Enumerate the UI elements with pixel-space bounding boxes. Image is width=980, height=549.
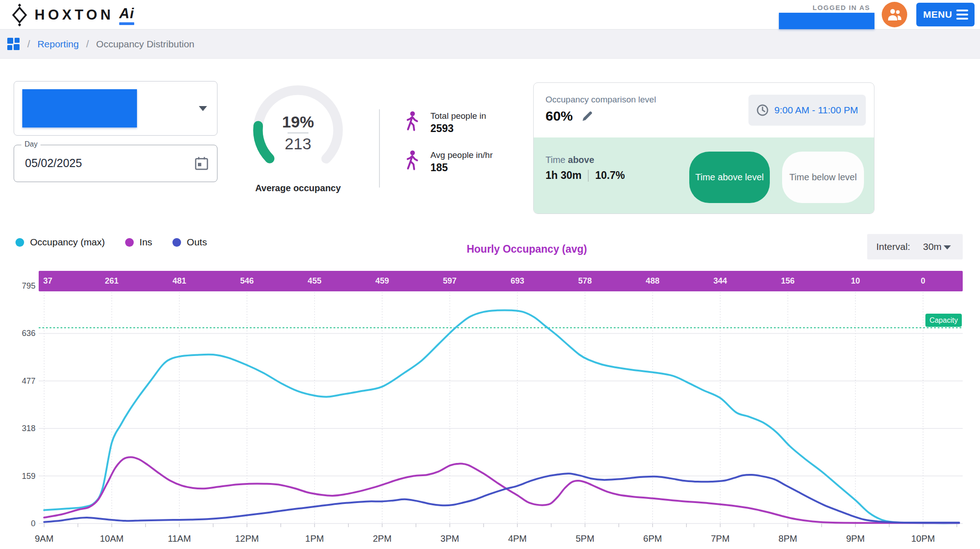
edit-pencil-icon[interactable] — [581, 110, 594, 122]
total-people-in-label: Total people in — [430, 111, 486, 121]
day-field-value: 05/02/2025 — [25, 145, 82, 181]
diamond-logo-icon — [9, 4, 30, 26]
app-header: HOXTON Ai LOGGED IN AS MENU — [0, 0, 980, 30]
x-axis-label: 10PM — [911, 534, 935, 544]
breadcrumb: / Reporting / Occupancy Distribution — [0, 30, 980, 59]
ins-legend-dot — [125, 238, 134, 247]
menu-button[interactable]: MENU — [916, 3, 975, 26]
walking-person-icon — [404, 150, 420, 171]
bar-value-label: 488 — [646, 271, 659, 291]
dashboard-grid-icon[interactable] — [7, 38, 20, 51]
interval-label: Interval: — [876, 241, 910, 252]
x-axis-label: 8PM — [778, 534, 797, 544]
bar-value-label: 693 — [510, 271, 524, 291]
hamburger-icon — [956, 10, 968, 20]
x-axis-label: 5PM — [576, 534, 594, 544]
breadcrumb-current-page: Occupancy Distribution — [96, 39, 194, 50]
bar-value-label: 261 — [105, 271, 119, 291]
bar-value-label: 156 — [781, 271, 795, 291]
x-axis-label: 12PM — [235, 534, 259, 544]
day-date-field[interactable]: Day 05/02/2025 — [14, 145, 217, 182]
x-axis-label: 1PM — [305, 534, 324, 544]
breadcrumb-link-reporting[interactable]: Reporting — [37, 39, 79, 50]
total-people-in-value: 2593 — [430, 122, 486, 135]
brand-suffix: Ai — [119, 5, 134, 21]
y-axis-label: 159 — [13, 471, 35, 481]
legend-label: Ins — [140, 237, 152, 248]
username-redaction — [779, 13, 874, 29]
series-line-outs — [44, 473, 959, 523]
x-axis-label: 7PM — [711, 534, 729, 544]
y-axis-label: 0 — [13, 519, 35, 529]
series-line-ins — [44, 457, 959, 523]
time-above-label: Time above — [546, 155, 594, 165]
bar-value-label: 37 — [43, 271, 52, 291]
occupancy-legend-dot — [15, 238, 24, 247]
menu-button-label: MENU — [923, 9, 952, 20]
x-axis-label: 10AM — [100, 534, 123, 544]
x-axis-label: 9AM — [35, 534, 53, 544]
bar-value-label: 578 — [578, 271, 592, 291]
location-select[interactable] — [14, 81, 217, 136]
bar-value-label: 344 — [713, 271, 727, 291]
bar-value-label: 0 — [921, 271, 925, 291]
stats-divider — [379, 109, 380, 188]
walking-person-icon — [404, 111, 420, 132]
legend-label: Outs — [187, 237, 207, 248]
brand-name: HOXTON — [35, 7, 114, 23]
x-axis-label: 2PM — [373, 534, 391, 544]
chart-title: Hourly Occupancy (avg) — [467, 243, 587, 255]
x-axis-label: 4PM — [508, 534, 527, 544]
value-divider — [588, 170, 589, 182]
hourly-ins-bar: 37261481546455459597693578488344156100 — [39, 271, 963, 291]
x-axis-label: 9PM — [846, 534, 865, 544]
legend-label: Occupancy (max) — [30, 237, 105, 248]
outs-legend-dot — [172, 238, 181, 247]
legend-item-outs[interactable]: Outs — [172, 237, 207, 248]
bar-value-label: 10 — [851, 271, 860, 291]
avg-people-value: 185 — [430, 162, 493, 174]
breadcrumb-separator: / — [86, 38, 89, 50]
y-axis-label: 477 — [13, 376, 35, 386]
gauge-value: 213 — [285, 135, 311, 152]
bar-value-label: 546 — [240, 271, 254, 291]
page: HOXTON Ai LOGGED IN AS MENU — [0, 0, 980, 549]
gauge-percent: 19% — [282, 113, 314, 131]
brand-logo[interactable]: HOXTON Ai — [9, 4, 134, 26]
bar-value-label: 481 — [172, 271, 186, 291]
location-redaction — [22, 89, 137, 127]
x-axis-label: 6PM — [643, 534, 662, 544]
logged-in-as-label: LOGGED IN AS — [813, 4, 870, 11]
avg-people-stat: Avg people in/hr 185 — [404, 150, 493, 174]
average-occupancy-gauge: 19% 213 — [247, 80, 349, 182]
bar-value-label: 459 — [375, 271, 389, 291]
comparison-title: Occupancy comparison level — [546, 95, 656, 105]
chevron-down-icon — [199, 106, 207, 111]
people-icon — [887, 8, 902, 21]
series-line-occupancy-max- — [44, 310, 959, 523]
time-range-chip[interactable]: 9:00 AM - 11:00 PM — [748, 95, 866, 126]
legend-item-occupancy[interactable]: Occupancy (max) — [15, 237, 105, 248]
time-above-values: 1h 30m 10.7% — [546, 169, 625, 182]
brand-underline — [119, 22, 134, 25]
time-range-value: 9:00 AM - 11:00 PM — [774, 105, 858, 116]
interval-selector[interactable]: Interval: 30m — [867, 234, 963, 259]
legend-item-ins[interactable]: Ins — [125, 237, 152, 248]
time-below-level-button[interactable]: Time below level — [782, 152, 864, 203]
gauge-caption: Average occupancy — [247, 183, 349, 193]
clock-icon — [756, 104, 769, 117]
x-axis-label: 3PM — [440, 534, 459, 544]
breadcrumb-separator: / — [27, 38, 30, 50]
avg-people-label: Avg people in/hr — [430, 150, 493, 160]
calendar-icon[interactable] — [194, 156, 209, 171]
user-avatar[interactable] — [882, 2, 907, 27]
capacity-badge: Capacity — [925, 314, 962, 327]
y-axis-label: 795 — [13, 281, 35, 291]
y-axis-label: 318 — [13, 424, 35, 433]
time-above-level-button[interactable]: Time above level — [689, 152, 770, 203]
comparison-level-value: 60% — [546, 108, 573, 124]
chevron-down-icon — [944, 245, 951, 249]
x-axis-label: 11AM — [168, 534, 191, 544]
time-above-percent: 10.7% — [595, 169, 625, 182]
time-above-duration: 1h 30m — [546, 169, 581, 182]
